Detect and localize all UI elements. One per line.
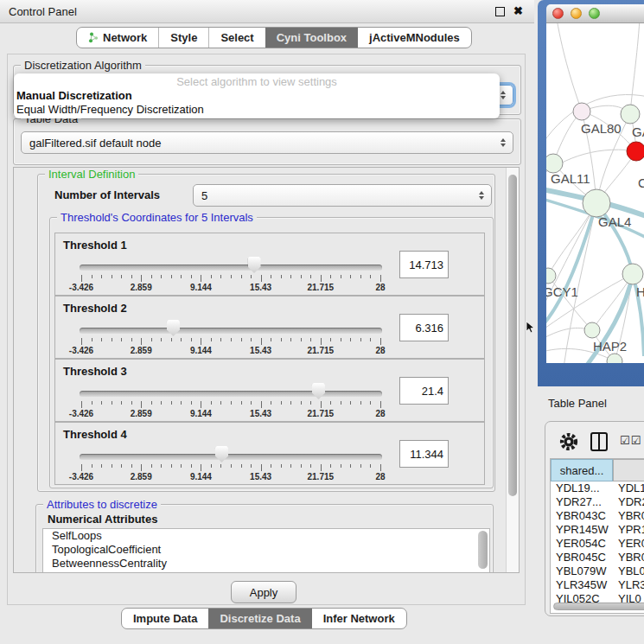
table-panel: ☑☑ shared...n YDL19...YDL1YDR27...YDR2YB… xyxy=(545,421,644,616)
column-header-n[interactable]: n xyxy=(613,459,644,481)
attribute-item-selfloops[interactable]: SelfLoops xyxy=(43,529,489,543)
table-row[interactable]: YBR043CYBR0 xyxy=(551,509,644,523)
network-node[interactable] xyxy=(622,264,643,284)
minimize-light-icon[interactable] xyxy=(571,8,582,19)
tick-mark xyxy=(310,275,311,278)
table-cell: YDL1 xyxy=(613,481,644,495)
tab-label: Network xyxy=(103,31,147,44)
tab-label: Impute Data xyxy=(133,612,197,625)
number-of-intervals-combo[interactable]: 5 xyxy=(193,184,492,207)
table-data-combo[interactable]: galFiltered.sif default node xyxy=(21,131,513,154)
network-canvas[interactable]: GAL80GAGAL11CGAL4GCY1HHAP2 xyxy=(546,23,644,363)
tick-mark xyxy=(261,338,262,345)
tab-infer-network[interactable]: Infer Network xyxy=(312,609,406,628)
slider-thumb-icon[interactable] xyxy=(248,257,261,273)
discretization-algorithm-group-title: Discretization Algorithm xyxy=(21,59,145,72)
tick-mark xyxy=(251,401,252,405)
tick-mark xyxy=(151,464,152,468)
tick-mark xyxy=(370,275,371,278)
algorithm-placeholder-option[interactable]: Select algorithm to view settings xyxy=(14,75,500,89)
tick-mark xyxy=(121,464,122,468)
tick-mark xyxy=(141,401,142,408)
algorithm-option-manual-discretization[interactable]: Manual Discretization xyxy=(14,89,500,103)
split-columns-icon[interactable] xyxy=(590,432,608,451)
threshold-1-slider[interactable] xyxy=(80,265,382,271)
tick-mark xyxy=(271,401,271,405)
tab-cyni-toolbox[interactable]: Cyni Toolbox xyxy=(265,28,358,48)
tick-mark xyxy=(141,464,142,471)
apply-button[interactable]: Apply xyxy=(231,581,296,603)
network-node[interactable] xyxy=(584,322,600,338)
table-row[interactable]: YBL079WYBL0 xyxy=(551,564,644,578)
table-row[interactable]: YBR045CYBR0 xyxy=(551,551,644,564)
network-edge[interactable] xyxy=(557,23,582,112)
slider-tick-labels: -3.4262.8599.14415.4321.71528 xyxy=(81,409,380,419)
table-row[interactable]: YPR145WYPR1 xyxy=(551,523,644,537)
close-panel-icon[interactable]: ✖ xyxy=(513,4,523,17)
zoom-light-icon[interactable] xyxy=(589,8,600,19)
tick-mark xyxy=(101,275,102,278)
float-panel-icon[interactable] xyxy=(495,7,505,16)
network-node[interactable] xyxy=(621,105,640,124)
threshold-2-value-field[interactable]: 6.316 xyxy=(399,314,449,341)
table-cell: YDR2 xyxy=(613,495,644,509)
tick-mark xyxy=(211,275,212,278)
tab-impute-data[interactable]: Impute Data xyxy=(122,609,208,628)
threshold-3-slider[interactable] xyxy=(80,391,382,397)
interval-definition-title: Interval Definition xyxy=(45,168,138,181)
tick-mark xyxy=(220,338,221,341)
table-row[interactable]: YDR27...YDR2 xyxy=(551,495,644,509)
tick-mark xyxy=(271,338,271,341)
tab-jactivemnodules[interactable]: jActiveMNodules xyxy=(358,28,471,48)
tick-mark xyxy=(241,401,242,405)
threshold-4-slider[interactable] xyxy=(80,454,382,460)
table-data-combo-value: galFiltered.sif default node xyxy=(29,137,161,150)
cyni-mode-tabbar: Impute DataDiscretize DataInfer Network xyxy=(121,608,407,629)
network-node[interactable] xyxy=(573,103,590,120)
threshold-1-value-field[interactable]: 14.713 xyxy=(399,251,449,278)
network-edge[interactable] xyxy=(630,23,640,114)
network-edge-highlighted[interactable] xyxy=(546,203,596,326)
tick-mark xyxy=(171,275,172,278)
list-scrollbar-thumb[interactable] xyxy=(478,531,488,569)
column-header-shared[interactable]: shared... xyxy=(551,459,613,481)
table-hscrollbar-thumb[interactable] xyxy=(553,603,644,610)
tab-label: Discretize Data xyxy=(220,612,300,625)
network-view-window[interactable]: GAL80GAGAL11CGAL4GCY1HHAP2 xyxy=(538,0,644,386)
table-row[interactable]: YDL19...YDL1 xyxy=(551,481,644,495)
gear-icon[interactable] xyxy=(559,432,578,451)
close-light-icon[interactable] xyxy=(552,8,564,19)
threshold-2-slider[interactable] xyxy=(80,328,382,334)
threshold-3-value-field[interactable]: 21.4 xyxy=(399,377,449,405)
settings-scrollbar-thumb[interactable] xyxy=(508,175,517,496)
attribute-item-topologicalcoefficient[interactable]: TopologicalCoefficient xyxy=(43,543,489,557)
tick-mark xyxy=(310,338,311,341)
node-label-gcy1: GCY1 xyxy=(546,284,578,299)
table-cell: YER0 xyxy=(613,537,644,551)
attribute-item-betweennesscentrality[interactable]: BetweennessCentrality xyxy=(43,557,489,571)
algorithm-option-equal-width-frequency-discretization[interactable]: Equal Width/Frequency Discretization xyxy=(14,103,500,117)
network-icon xyxy=(88,32,99,43)
tab-select[interactable]: Select xyxy=(208,28,265,48)
table-cell: YLR345W xyxy=(551,578,613,592)
tab-style[interactable]: Style xyxy=(158,28,208,48)
slider-thumb-icon[interactable] xyxy=(312,383,325,399)
slider-thumb-icon[interactable] xyxy=(167,320,180,336)
checkbox-icons[interactable]: ☑☑ xyxy=(620,434,641,447)
tab-network[interactable]: Network xyxy=(77,28,158,48)
tick-label: 2.859 xyxy=(131,472,152,481)
tick-mark xyxy=(161,338,162,341)
threshold-label: Threshold 3 xyxy=(63,365,127,378)
table-row[interactable]: YER054CYER0 xyxy=(551,537,644,551)
tick-mark xyxy=(161,275,162,278)
network-node[interactable] xyxy=(583,189,610,217)
network-node[interactable] xyxy=(627,142,644,161)
network-node[interactable] xyxy=(546,154,563,173)
threshold-4-value-field[interactable]: 11.344 xyxy=(399,440,449,468)
settings-scrollbar[interactable] xyxy=(506,168,519,572)
tab-discretize-data[interactable]: Discretize Data xyxy=(208,609,311,628)
table-row[interactable]: YLR345WYLR3 xyxy=(551,578,644,592)
table-cell: YPR145W xyxy=(551,523,613,537)
slider-thumb-icon[interactable] xyxy=(215,446,228,462)
network-node[interactable] xyxy=(546,268,556,284)
